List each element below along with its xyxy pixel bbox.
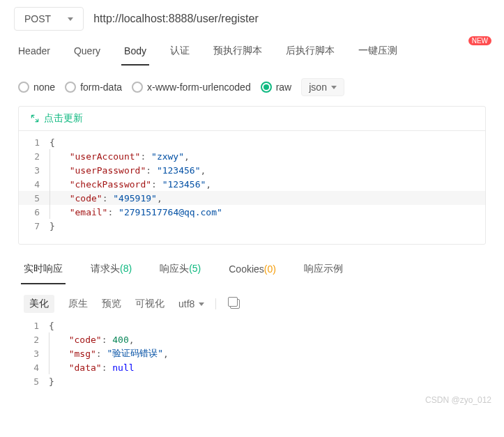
resp-tab-count: (8) xyxy=(120,263,132,274)
tab-auth[interactable]: 认证 xyxy=(170,45,190,66)
body-type-raw[interactable]: raw xyxy=(261,82,292,93)
line-number: 2 xyxy=(19,151,49,162)
refresh-icon xyxy=(30,114,40,123)
encoding-select[interactable]: utf8 xyxy=(178,298,216,309)
chevron-down-icon xyxy=(68,17,73,21)
radio-icon xyxy=(261,82,272,93)
raw-format-select[interactable]: json xyxy=(301,78,344,96)
fmt-raw[interactable]: 原生 xyxy=(68,298,88,310)
line-number: 3 xyxy=(18,348,49,359)
line-number: 5 xyxy=(19,193,49,204)
raw-format-value: json xyxy=(309,82,327,93)
body-type-xwww[interactable]: x-www-form-urlencoded xyxy=(132,82,251,93)
http-method-select[interactable]: POST xyxy=(14,7,84,31)
copy-icon[interactable] xyxy=(230,299,240,309)
http-method-value: POST xyxy=(24,13,51,24)
resp-tab-label: 请求头 xyxy=(91,263,120,274)
line-number: 4 xyxy=(19,179,49,190)
chevron-down-icon xyxy=(199,302,204,306)
radio-label: form-data xyxy=(80,82,122,93)
encoding-value: utf8 xyxy=(178,298,194,309)
tab-pressure-test[interactable]: 一键压测 xyxy=(358,45,397,66)
radio-icon xyxy=(65,82,76,93)
click-update-button[interactable]: 点击更新 xyxy=(19,107,485,131)
tab-header[interactable]: Header xyxy=(18,45,50,65)
resp-tab-req-header[interactable]: 请求头(8) xyxy=(91,263,132,284)
line-number: 5 xyxy=(18,376,49,387)
resp-tab-example[interactable]: 响应示例 xyxy=(304,263,343,284)
tab-query[interactable]: Query xyxy=(74,45,100,65)
tab-post-script[interactable]: 后执行脚本 xyxy=(286,45,335,66)
line-number: 4 xyxy=(18,362,49,373)
line-number: 1 xyxy=(18,321,49,331)
fmt-preview[interactable]: 预览 xyxy=(102,298,121,310)
new-badge: NEW xyxy=(468,36,491,45)
line-number: 7 xyxy=(19,221,49,231)
body-type-row: none form-data x-www-form-urlencoded raw… xyxy=(0,66,504,106)
click-update-label: 点击更新 xyxy=(44,112,83,125)
body-type-none[interactable]: none xyxy=(18,82,55,93)
resp-tab-resp-header[interactable]: 响应头(5) xyxy=(160,263,201,284)
line-number: 2 xyxy=(18,335,49,345)
chevron-down-icon xyxy=(331,86,337,89)
resp-tab-count: (0) xyxy=(264,263,276,275)
fmt-visual[interactable]: 可视化 xyxy=(135,298,165,310)
line-number: 6 xyxy=(19,207,49,217)
resp-tab-label: Cookies xyxy=(229,263,264,275)
request-url-input[interactable]: http://localhost:8888/user/register xyxy=(93,8,490,29)
fmt-beautify[interactable]: 美化 xyxy=(24,295,54,313)
request-tabs: Header Query Body 认证 预执行脚本 后执行脚本 一键压测 NE… xyxy=(0,38,504,66)
radio-label: raw xyxy=(276,82,292,93)
resp-tab-cookies[interactable]: Cookies(0) xyxy=(229,263,276,283)
body-type-form-data[interactable]: form-data xyxy=(65,82,122,93)
request-body-editor-wrap: 点击更新 1{ 2 "userAccount": "zxwy", 3 "user… xyxy=(18,106,486,245)
line-number: 1 xyxy=(19,137,49,148)
tab-pre-script[interactable]: 预执行脚本 xyxy=(213,45,262,66)
resp-tab-label: 响应头 xyxy=(160,263,189,274)
response-format-row: 美化 原生 预览 可视化 utf8 xyxy=(0,284,504,319)
request-body-editor[interactable]: 1{ 2 "userAccount": "zxwy", 3 "userPassw… xyxy=(19,131,485,244)
watermark: CSDN @zyo_012 xyxy=(0,395,504,409)
response-tabs: 实时响应 请求头(8) 响应头(5) Cookies(0) 响应示例 xyxy=(0,245,504,284)
radio-icon xyxy=(132,82,143,93)
radio-label: x-www-form-urlencoded xyxy=(147,82,251,93)
radio-label: none xyxy=(33,82,55,93)
radio-icon xyxy=(18,82,29,93)
response-body-viewer[interactable]: 1{ 2 "code": 400, 3 "msg": "验证码错误", 4 "d… xyxy=(18,319,486,388)
resp-tab-count: (5) xyxy=(189,263,201,274)
tab-body[interactable]: Body xyxy=(124,45,146,65)
line-number: 3 xyxy=(19,165,49,176)
resp-tab-realtime[interactable]: 实时响应 xyxy=(24,263,63,284)
